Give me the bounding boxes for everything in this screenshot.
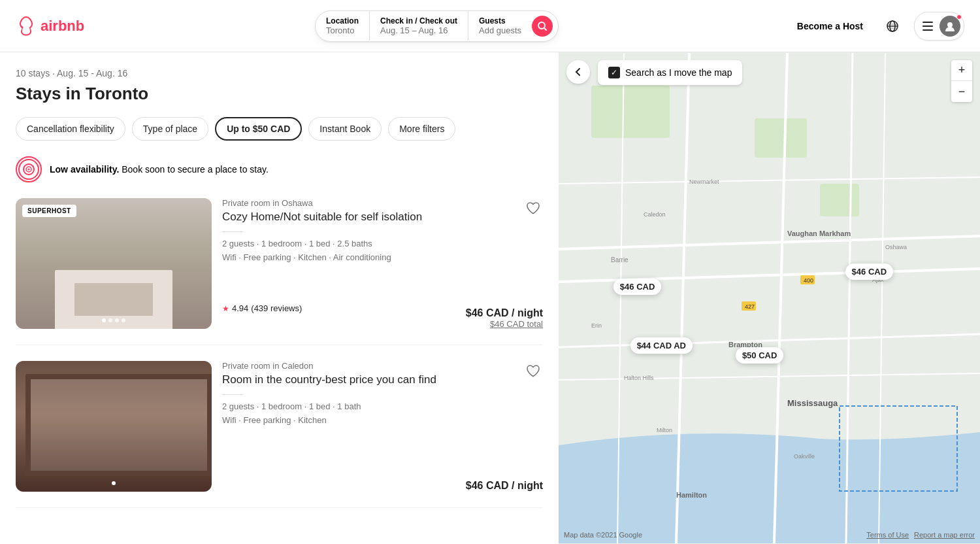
listing-pricing-1: $46 CAD / night $46 CAD total: [466, 307, 543, 329]
filter-type-of-place[interactable]: Type of place: [132, 117, 208, 141]
calendar-icon: [22, 163, 35, 176]
svg-text:Halton Hills: Halton Hills: [624, 375, 654, 381]
svg-text:427: 427: [745, 303, 755, 310]
user-menu[interactable]: [914, 12, 964, 41]
result-meta: 10 stays · Aug. 15 - Aug. 16: [16, 68, 543, 78]
heart-icon-1: [526, 201, 540, 215]
svg-rect-13: [820, 184, 859, 216]
svg-rect-11: [591, 86, 670, 138]
globe-icon: [887, 20, 898, 32]
language-button[interactable]: [881, 15, 904, 37]
listing-image-1[interactable]: SUPERHOST: [16, 198, 212, 329]
header: airbnb Location Toronto Check in / Check…: [0, 0, 980, 52]
price-main-2: $46 CAD / night: [466, 480, 543, 492]
listing-divider-1: [222, 231, 243, 232]
price-total-1: $46 CAD total: [466, 319, 543, 329]
dates-segment[interactable]: Check in / Check out Aug. 15 – Aug. 16: [370, 11, 468, 41]
dot-3: [115, 318, 119, 322]
svg-text:400: 400: [804, 277, 813, 284]
report-map-error-link[interactable]: Report a map error: [914, 531, 975, 539]
search-icon: [538, 22, 547, 31]
airbnb-logo[interactable]: airbnb: [16, 16, 84, 37]
main-content: 10 stays · Aug. 15 - Aug. 16 Stays in To…: [0, 52, 980, 544]
header-right: Become a Host: [789, 12, 964, 41]
location-value: Toronto: [326, 26, 359, 35]
listing-pricing-2: $46 CAD / night: [466, 480, 543, 492]
svg-text:Caledon: Caledon: [644, 211, 666, 218]
search-bar: Location Toronto Check in / Check out Au…: [315, 10, 559, 42]
logo-text: airbnb: [41, 18, 84, 35]
wishlist-button-2[interactable]: [523, 361, 543, 384]
map-background: Barrie Newmarket Vaughan Markham Brampto…: [559, 52, 980, 544]
search-as-move-label: Search as I move the map: [625, 67, 732, 78]
filter-price[interactable]: Up to $50 CAD: [215, 117, 302, 141]
availability-bold: Low availability.: [50, 164, 119, 175]
dot-4: [122, 318, 125, 322]
listing-card-2: Private room in Caledon Room in the coun…: [16, 361, 543, 508]
zoom-out-button[interactable]: −: [951, 81, 972, 102]
svg-point-6: [947, 22, 953, 27]
dot-1: [102, 318, 106, 322]
search-as-move-checkbox[interactable]: ✓ Search as I move the map: [598, 60, 742, 85]
room-interior-1: [16, 198, 212, 329]
listing-info-2: Private room in Caledon Room in the coun…: [222, 361, 543, 492]
svg-text:Erin: Erin: [591, 322, 602, 329]
become-host-link[interactable]: Become a Host: [789, 16, 871, 37]
price-pin-3[interactable]: $50 CAD: [736, 347, 783, 364]
notification-dot: [956, 14, 962, 20]
filter-cancellation[interactable]: Cancellation flexibility: [16, 117, 125, 141]
location-segment[interactable]: Location Toronto: [316, 11, 370, 41]
price-pin-2[interactable]: $44 CAD AD: [630, 337, 693, 354]
user-icon: [944, 20, 956, 32]
price-main-1: $46 CAD / night: [466, 307, 543, 319]
svg-point-8: [26, 167, 31, 172]
filter-more[interactable]: More filters: [388, 117, 455, 141]
listing-details-2: 2 guests · 1 bedroom · 1 bed · 1 bath: [222, 401, 543, 411]
filter-instant-book[interactable]: Instant Book: [308, 117, 382, 141]
svg-point-7: [24, 164, 34, 175]
right-panel: Barrie Newmarket Vaughan Markham Brampto…: [559, 52, 980, 544]
guests-label: Guests: [479, 16, 521, 26]
rating-value-1: 4.94: [232, 303, 248, 313]
listing-type-2: Private room in Caledon: [222, 361, 543, 371]
filters-bar: Cancellation flexibility Type of place U…: [16, 117, 543, 141]
svg-rect-5: [923, 29, 933, 31]
guests-value: Add guests: [479, 26, 521, 35]
svg-rect-4: [923, 26, 933, 27]
svg-text:Vaughan Markham: Vaughan Markham: [787, 230, 851, 237]
listing-image-2[interactable]: [16, 361, 212, 492]
listing-title-1[interactable]: Cozy Home/Not suitable for self isolatio…: [222, 211, 543, 224]
dates-value: Aug. 15 – Aug. 16: [380, 26, 457, 35]
avatar: [939, 16, 960, 37]
checkbox-checked-icon: ✓: [608, 67, 620, 78]
wishlist-button-1[interactable]: [523, 198, 543, 221]
search-button[interactable]: [532, 16, 553, 37]
map-container[interactable]: Barrie Newmarket Vaughan Markham Brampto…: [559, 52, 980, 544]
price-pin-4[interactable]: $46 CAD: [845, 264, 893, 280]
dates-label: Check in / Check out: [380, 16, 457, 26]
left-panel: 10 stays · Aug. 15 - Aug. 16 Stays in To…: [0, 52, 559, 544]
hamburger-icon: [923, 22, 933, 31]
terms-of-use-link[interactable]: Terms of Use: [866, 531, 909, 539]
superhost-badge-1: SUPERHOST: [22, 205, 76, 217]
availability-desc: Book soon to secure a place to stay.: [119, 164, 269, 175]
listing-amenities-2: Wifi · Free parking · Kitchen: [222, 415, 543, 425]
page-title: Stays in Toronto: [16, 84, 543, 104]
image-dots-1: [102, 318, 125, 322]
zoom-controls: + −: [951, 60, 972, 102]
price-pin-1[interactable]: $46 CAD: [613, 279, 661, 295]
guests-segment[interactable]: Guests Add guests: [468, 11, 532, 41]
svg-text:Oakville: Oakville: [794, 453, 815, 460]
zoom-in-button[interactable]: +: [951, 60, 972, 81]
listing-type-1: Private room in Oshawa: [222, 198, 543, 208]
svg-point-9: [28, 169, 30, 171]
svg-rect-12: [755, 118, 807, 158]
heart-icon-2: [526, 364, 540, 378]
svg-text:Hamilton: Hamilton: [676, 491, 707, 499]
listing-divider-2: [222, 394, 243, 395]
svg-text:Oshawa: Oshawa: [885, 244, 907, 250]
map-toggle-button[interactable]: [566, 60, 590, 84]
low-availability-icon: [16, 156, 42, 182]
listing-title-2[interactable]: Room in the country-best price you can f…: [222, 373, 543, 386]
availability-notice: Low availability. Book soon to secure a …: [16, 156, 543, 182]
